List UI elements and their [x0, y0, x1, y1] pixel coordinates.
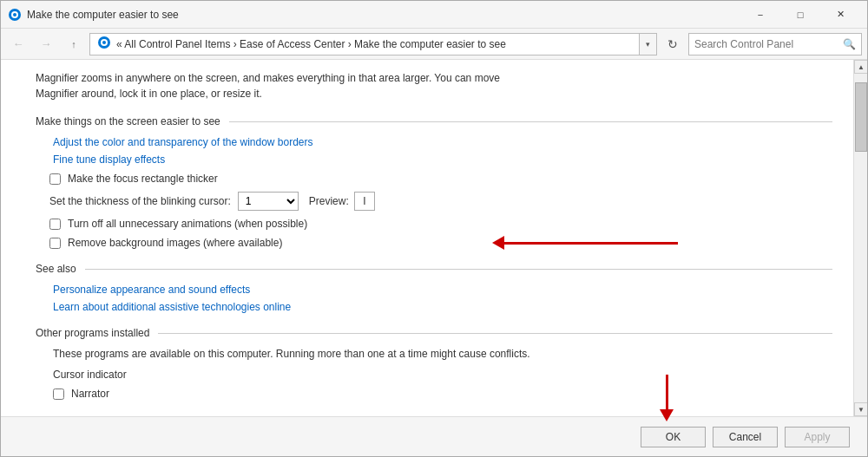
section-other-line	[158, 333, 832, 334]
checkbox-narrator[interactable]	[53, 388, 64, 400]
cursor-thickness-select[interactable]: 1 2 3 4 5	[238, 192, 299, 211]
cursor-indicator-section: Cursor indicator Narrator	[53, 369, 832, 400]
section-other-title: Other programs installed	[36, 327, 149, 339]
link-display[interactable]: Fine tune display effects	[53, 153, 832, 166]
search-box: 🔍	[688, 33, 862, 55]
scrollbar-up-button[interactable]: ▲	[854, 60, 867, 74]
window-controls: − □ ✕	[740, 1, 860, 29]
preview-box: I	[354, 192, 375, 211]
address-bar: ← → ↑ « All Control Panel Items › Ease o…	[1, 29, 867, 60]
title-bar: Make the computer easier to see − □ ✕	[1, 1, 867, 29]
checkbox-narrator-label: Narrator	[71, 388, 109, 400]
search-input[interactable]	[694, 38, 843, 50]
apply-button[interactable]: Apply	[785, 427, 850, 447]
arrow-head-left	[492, 236, 504, 250]
magnifier-line2: Magnifier around, lock it in one place, …	[36, 86, 832, 101]
ok-button[interactable]: OK	[641, 427, 706, 447]
breadcrumb-text: « All Control Panel Items › Ease of Acce…	[116, 38, 506, 50]
maximize-button[interactable]: □	[780, 1, 820, 29]
inner-content: Magnifier zooms in anywhere on the scree…	[1, 60, 853, 416]
breadcrumb-icon	[97, 36, 111, 52]
refresh-button[interactable]: ↻	[661, 32, 685, 56]
down-arrow-head	[660, 409, 674, 421]
link-assistive[interactable]: Learn about additional assistive technol…	[53, 301, 832, 313]
forward-button[interactable]: →	[34, 32, 58, 56]
section-screen-header: Make things on the screen easier to see	[36, 115, 832, 127]
checkbox-animations[interactable]	[49, 219, 61, 230]
footer: OK Cancel Apply	[1, 416, 867, 456]
checkbox-narrator-row: Narrator	[53, 388, 832, 400]
checkbox-animations-row: Turn off all unnecessary animations (whe…	[49, 218, 832, 230]
checkbox-background-label: Remove background images (where availabl…	[68, 237, 282, 249]
cursor-indicator-label: Cursor indicator	[53, 369, 832, 381]
down-arrow-annotation	[660, 375, 674, 421]
address-input[interactable]: « All Control Panel Items › Ease of Acce…	[89, 33, 640, 55]
checkbox-animations-label: Turn off all unnecessary animations (whe…	[68, 218, 307, 230]
preview-label: Preview:	[309, 195, 349, 207]
section-see-also-title: See also	[36, 263, 76, 275]
scrollbar-track[interactable]	[854, 74, 867, 402]
cancel-button[interactable]: Cancel	[713, 427, 778, 447]
magnifier-description: Magnifier zooms in anywhere on the scree…	[36, 70, 832, 101]
down-arrow-line	[666, 375, 668, 409]
section-other-header: Other programs installed	[36, 327, 832, 339]
other-desc: These programs are available on this com…	[53, 348, 832, 360]
cursor-thickness-row: Set the thickness of the blinking cursor…	[49, 192, 832, 211]
scrollbar-down-button[interactable]: ▼	[854, 402, 867, 416]
red-arrow-annotation	[492, 236, 678, 250]
magnifier-line1: Magnifier zooms in anywhere on the scree…	[36, 70, 832, 86]
arrow-line	[504, 242, 678, 245]
back-button[interactable]: ←	[6, 32, 30, 56]
vertical-scrollbar: ▲ ▼	[853, 60, 867, 416]
search-icon: 🔍	[843, 38, 856, 50]
cursor-thickness-label: Set the thickness of the blinking cursor…	[49, 195, 231, 207]
scrollbar-thumb[interactable]	[855, 82, 867, 152]
window-title: Make the computer easier to see	[27, 9, 740, 21]
preview-value: I	[363, 195, 365, 207]
window-icon	[8, 8, 22, 22]
checkbox-focus-row: Make the focus rectangle thicker	[49, 173, 832, 185]
svg-point-2	[13, 13, 16, 16]
section-see-also-header: See also	[36, 263, 832, 275]
checkbox-background-row: Remove background images (where availabl…	[49, 237, 832, 249]
main-scroll[interactable]: Magnifier zooms in anywhere on the scree…	[1, 60, 853, 416]
section-see-also-line	[85, 269, 832, 270]
checkbox-focus[interactable]	[49, 173, 61, 185]
spacer	[36, 407, 832, 416]
checkbox-background[interactable]	[49, 238, 61, 249]
link-color[interactable]: Adjust the color and transparency of the…	[53, 136, 832, 148]
checkbox-focus-label: Make the focus rectangle thicker	[68, 173, 218, 185]
link-personalize[interactable]: Personalize appearance and sound effects	[53, 284, 832, 296]
footer-buttons: OK Cancel Apply	[641, 427, 850, 447]
close-button[interactable]: ✕	[820, 1, 860, 29]
up-button[interactable]: ↑	[62, 32, 86, 56]
main-window: Make the computer easier to see − □ ✕ ← …	[0, 0, 868, 457]
address-dropdown[interactable]: ▾	[640, 33, 657, 55]
section-screen-title: Make things on the screen easier to see	[36, 115, 220, 127]
minimize-button[interactable]: −	[740, 1, 780, 29]
svg-point-5	[102, 41, 106, 44]
main-area: Magnifier zooms in anywhere on the scree…	[1, 60, 867, 416]
section-screen-line	[229, 121, 832, 122]
